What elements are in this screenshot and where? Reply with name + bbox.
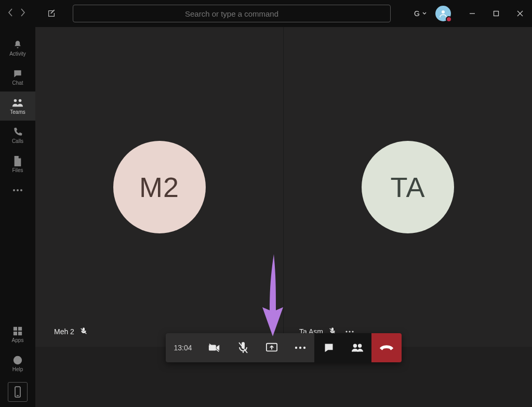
share-icon bbox=[266, 343, 277, 353]
rail-activity[interactable]: Activity bbox=[0, 33, 35, 62]
svg-rect-13 bbox=[19, 332, 22, 335]
left-rail: Activity Chat Teams Calls Files Apps bbox=[0, 27, 35, 407]
org-switcher[interactable]: G bbox=[414, 9, 427, 18]
svg-point-6 bbox=[19, 99, 22, 102]
svg-rect-11 bbox=[19, 327, 22, 330]
rail-apps[interactable]: Apps bbox=[0, 320, 35, 349]
svg-point-8 bbox=[17, 189, 19, 191]
profile-avatar[interactable] bbox=[435, 6, 451, 21]
camera-off-icon bbox=[208, 343, 221, 353]
rail-calls[interactable]: Calls bbox=[0, 121, 35, 150]
ellipsis-icon bbox=[12, 189, 23, 192]
ellipsis-icon bbox=[295, 346, 306, 349]
svg-point-20 bbox=[345, 331, 347, 332]
device-icon bbox=[14, 386, 21, 398]
hang-up-button[interactable] bbox=[371, 333, 402, 362]
svg-point-22 bbox=[352, 331, 353, 332]
svg-point-15 bbox=[17, 362, 18, 363]
rail-files[interactable]: Files bbox=[0, 150, 35, 179]
participant-name: Meh 2 bbox=[54, 327, 74, 336]
svg-point-34 bbox=[358, 345, 361, 348]
rail-more[interactable] bbox=[0, 179, 35, 202]
search-box[interactable] bbox=[73, 5, 391, 22]
hang-up-icon bbox=[379, 344, 394, 352]
teams-icon bbox=[12, 98, 23, 108]
search-input[interactable] bbox=[73, 5, 390, 22]
mic-off-icon bbox=[238, 342, 248, 354]
avatar-initials: TA bbox=[391, 171, 425, 203]
svg-point-0 bbox=[442, 10, 445, 14]
participant-tile[interactable]: M2 Meh 2 bbox=[35, 27, 284, 347]
apps-icon bbox=[12, 326, 23, 336]
avatar-initials: M2 bbox=[139, 171, 179, 203]
svg-point-9 bbox=[20, 189, 22, 191]
rail-device-button[interactable] bbox=[8, 382, 28, 402]
participant-avatar: TA bbox=[362, 141, 454, 233]
svg-point-30 bbox=[303, 347, 305, 349]
bell-icon bbox=[12, 40, 23, 50]
rail-teams[interactable]: Teams bbox=[0, 91, 35, 121]
window-close-button[interactable] bbox=[508, 0, 532, 27]
svg-point-33 bbox=[353, 345, 356, 348]
compose-icon[interactable] bbox=[47, 9, 56, 18]
org-label: G bbox=[414, 9, 420, 18]
call-control-bar: 13:04 bbox=[166, 333, 402, 362]
window-minimize-button[interactable] bbox=[460, 0, 484, 27]
svg-point-29 bbox=[299, 347, 301, 349]
title-bar: G bbox=[0, 0, 532, 27]
participant-avatar: M2 bbox=[113, 141, 206, 233]
svg-point-5 bbox=[14, 99, 17, 102]
call-timer: 13:04 bbox=[166, 333, 200, 362]
svg-rect-12 bbox=[14, 332, 17, 335]
toggle-camera-button[interactable] bbox=[200, 333, 229, 362]
svg-rect-2 bbox=[494, 11, 499, 16]
rail-chat[interactable]: Chat bbox=[0, 62, 35, 91]
participants-panel-button[interactable] bbox=[343, 333, 371, 362]
chat-icon bbox=[324, 343, 334, 353]
forward-button[interactable] bbox=[20, 8, 26, 19]
participant-tile[interactable]: TA Ta Asm bbox=[284, 27, 532, 347]
chat-panel-button[interactable] bbox=[314, 333, 343, 362]
file-icon bbox=[13, 156, 22, 166]
chat-icon bbox=[12, 69, 23, 79]
svg-point-28 bbox=[295, 347, 297, 349]
people-icon bbox=[351, 343, 364, 353]
svg-rect-23 bbox=[208, 345, 216, 350]
window-maximize-button[interactable] bbox=[484, 0, 508, 27]
svg-point-21 bbox=[349, 331, 350, 332]
phone-icon bbox=[12, 127, 23, 137]
help-icon bbox=[12, 355, 23, 365]
share-screen-button[interactable] bbox=[257, 333, 286, 362]
call-stage: M2 Meh 2 TA Ta Asm bbox=[35, 27, 532, 407]
rail-help[interactable]: Help bbox=[0, 349, 35, 378]
presence-busy-icon bbox=[446, 16, 452, 22]
more-actions-button[interactable] bbox=[286, 333, 314, 362]
toggle-mic-button[interactable] bbox=[229, 333, 257, 362]
svg-rect-10 bbox=[14, 327, 17, 330]
svg-point-7 bbox=[13, 189, 15, 191]
mic-muted-icon bbox=[79, 327, 88, 337]
chevron-down-icon bbox=[422, 11, 427, 16]
back-button[interactable] bbox=[7, 8, 14, 19]
